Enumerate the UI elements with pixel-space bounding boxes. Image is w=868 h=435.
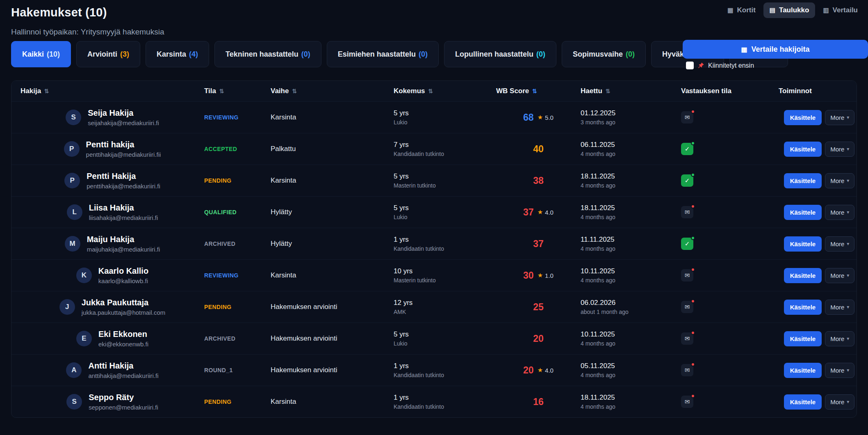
more-button[interactable]: More ▾ [825, 394, 854, 410]
education-level: Kandidaatin tutkinto [394, 403, 496, 410]
response-status-icon[interactable]: ✉ [681, 269, 693, 282]
process-button[interactable]: Käsittele [784, 110, 822, 125]
column-header-haettu[interactable]: Haettu⇅ [581, 87, 681, 95]
column-header-wb-score[interactable]: WB Score⇅ [496, 87, 581, 95]
status-dot-icon [691, 394, 695, 398]
table-row[interactable]: P Pentti hakija penttihakija@mediakuriir… [11, 133, 857, 165]
stage-label: Karsinta [271, 271, 394, 279]
process-button[interactable]: Käsittele [784, 268, 822, 283]
column-header-vaihe[interactable]: Vaihe⇅ [271, 87, 394, 95]
process-button[interactable]: Käsittele [784, 142, 822, 157]
response-status-icon[interactable]: ✉ [681, 206, 693, 218]
response-status-icon[interactable]: ✓ [681, 238, 693, 250]
table-row[interactable]: P Pentti Hakija penttihakija@mediakuriir… [11, 165, 857, 196]
process-button[interactable]: Käsittele [784, 205, 822, 220]
response-status-icon[interactable]: ✓ [681, 174, 693, 187]
more-button[interactable]: More ▾ [825, 142, 854, 157]
process-button[interactable]: Käsittele [784, 363, 822, 378]
process-button[interactable]: Käsittele [784, 300, 822, 315]
filter-count: (10) [47, 50, 60, 59]
applicant-email: seijahakija@mediakuriiri.fi [88, 119, 159, 126]
filter-count: (0) [626, 50, 635, 59]
response-status-icon[interactable]: ✉ [681, 364, 693, 376]
filter-tab-arviointi[interactable]: Arviointi(3) [76, 41, 140, 67]
sort-icon[interactable]: ⇅ [292, 88, 297, 94]
status-dot-icon [691, 204, 695, 208]
applied-date: 05.11.2025 [581, 362, 681, 370]
filter-label: Karsinta [157, 50, 186, 59]
status-badge: PENDING [204, 177, 271, 184]
process-button[interactable]: Käsittele [784, 394, 822, 410]
table-row[interactable]: S Seija Hakija seijahakija@mediakuriiri.… [11, 101, 857, 133]
column-header-tila[interactable]: Tila⇅ [204, 87, 271, 95]
wb-score: 20 [523, 365, 534, 376]
applicant-name: Maiju Hakija [87, 235, 160, 244]
more-button[interactable]: More ▾ [825, 300, 854, 315]
filter-tab-kaikki[interactable]: Kaikki(10) [11, 41, 71, 67]
response-status-icon[interactable]: ✉ [681, 301, 693, 313]
status-dot-icon [691, 331, 695, 335]
table-row[interactable]: J Jukka Paukuttaja jukka.paukuttaja@hotm… [11, 291, 857, 323]
column-header-hakija[interactable]: Hakija⇅ [11, 87, 204, 95]
more-button[interactable]: More ▾ [825, 110, 854, 125]
more-button[interactable]: More ▾ [825, 363, 854, 378]
sort-icon[interactable]: ⇅ [428, 88, 433, 94]
table-row[interactable]: K Kaarlo Kallio kaarlo@kalliowb.fi REVIE… [11, 259, 857, 291]
process-button[interactable]: Käsittele [784, 236, 822, 252]
process-button[interactable]: Käsittele [784, 331, 822, 346]
star-icon: ★ [538, 272, 543, 279]
table-header-row: Hakija⇅Tila⇅Vaihe⇅Kokemus⇅WB Score⇅Haett… [11, 81, 857, 101]
applied-ago: 3 months ago [581, 119, 681, 126]
response-status-icon[interactable]: ✓ [681, 143, 693, 155]
table-row[interactable]: S Seppo Räty sepponen@mediakuriiri.fi PE… [11, 386, 857, 417]
envelope-icon: ✉ [685, 398, 690, 405]
view-toggle-kortit[interactable]: ▦Kortit [721, 2, 762, 18]
filter-label: Esimiehen haastattelu [338, 50, 416, 59]
more-button[interactable]: More ▾ [825, 236, 854, 252]
table-row[interactable]: E Eki Ekkonen eki@ekkonenwb.fi ARCHIVED … [11, 323, 857, 354]
checkbox-box[interactable] [686, 62, 694, 69]
table-row[interactable]: A Antti Hakija anttihakija@mediakuriiri.… [11, 354, 857, 386]
sort-icon[interactable]: ⇅ [532, 88, 537, 94]
filter-count: (0) [536, 50, 545, 59]
filter-tab-lopullinen-haastattelu[interactable]: Lopullinen haastattelu(0) [444, 41, 556, 67]
filter-tab-tekninen-haastattelu[interactable]: Tekninen haastattelu(0) [214, 41, 321, 67]
more-button[interactable]: More ▾ [825, 173, 854, 188]
process-button[interactable]: Käsittele [784, 173, 822, 188]
applicant-name: Seija Hakija [88, 108, 159, 118]
sort-icon[interactable]: ⇅ [219, 88, 224, 94]
more-label: More [830, 114, 844, 121]
stage-label: Karsinta [271, 176, 394, 185]
response-status-icon[interactable]: ✉ [681, 332, 693, 345]
view-toggle-taulukko[interactable]: ▤Taulukko [763, 2, 816, 18]
table-row[interactable]: M Maiju Hakija maijuhakija@mediakuriiri.… [11, 228, 857, 259]
status-dot-icon [691, 299, 695, 303]
status-badge: ARCHIVED [204, 240, 271, 247]
rating-value: 5.0 [545, 114, 554, 121]
column-header-kokemus[interactable]: Kokemus⇅ [394, 87, 496, 95]
more-button[interactable]: More ▾ [825, 205, 854, 220]
applicant-name: Jukka Paukuttaja [82, 298, 166, 307]
filter-tab-esimiehen-haastattelu[interactable]: Esimiehen haastattelu(0) [327, 41, 439, 67]
filter-tab-karsinta[interactable]: Karsinta(4) [146, 41, 209, 67]
applied-ago: 4 months ago [581, 214, 681, 220]
response-status-icon[interactable]: ✉ [681, 111, 693, 124]
compare-candidates-button[interactable]: ▦ Vertaile hakijoita [683, 40, 868, 59]
applicant-email: penttihakija@mediakuriiri.fi [87, 183, 160, 190]
chevron-down-icon: ▾ [847, 399, 849, 405]
filter-tab-sopimusvaihe[interactable]: Sopimusvaihe(0) [562, 41, 646, 67]
experience-years: 7 yrs [394, 141, 496, 149]
response-status-icon[interactable]: ✉ [681, 396, 693, 408]
sort-icon[interactable]: ⇅ [44, 88, 49, 94]
avatar: K [76, 268, 92, 283]
more-button[interactable]: More ▾ [825, 268, 854, 283]
applied-date: 10.11.2025 [581, 267, 681, 275]
pinned-first-checkbox[interactable]: Kiinnitetyt ensin [686, 62, 754, 69]
wb-score: 68 [523, 112, 534, 123]
view-toggle-vertailu[interactable]: ▥Vertailu [817, 2, 864, 18]
view-toggle: ▦Kortit▤Taulukko▥Vertailu [721, 2, 864, 18]
more-label: More [830, 177, 844, 184]
sort-icon[interactable]: ⇅ [606, 88, 611, 94]
table-row[interactable]: L Liisa Hakija liisahakija@mediakuriiri.… [11, 196, 857, 228]
more-button[interactable]: More ▾ [825, 331, 854, 346]
